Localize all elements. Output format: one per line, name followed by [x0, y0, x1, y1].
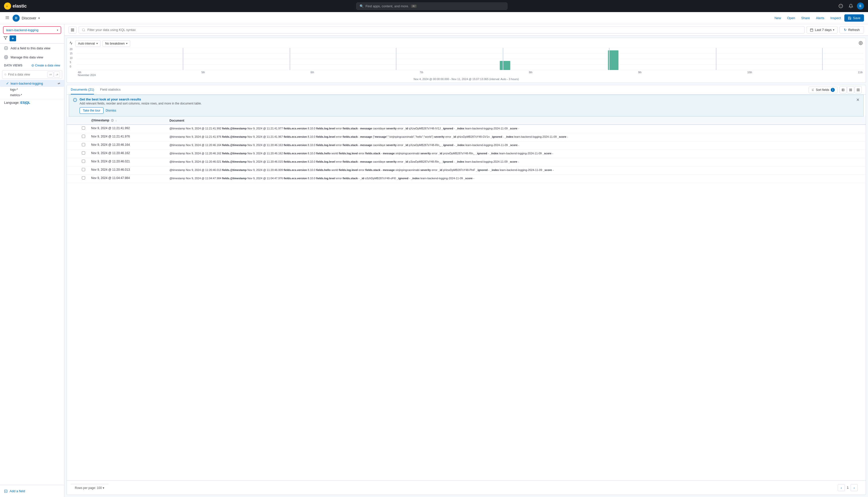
row-timestamp: Nov 9, 2024 @ 11:21:41.992	[88, 125, 167, 133]
dismiss-button[interactable]: Dismiss	[105, 107, 116, 114]
expand-row-button[interactable]: ✎	[70, 176, 75, 181]
share-button[interactable]: Share	[799, 15, 813, 22]
svg-line-27	[84, 30, 85, 31]
columns-view-button[interactable]	[855, 86, 862, 94]
row-checkbox[interactable]	[82, 126, 85, 130]
row-checkbox[interactable]	[82, 160, 85, 163]
global-search-bar[interactable]: 🔍 Find apps, content, and more. ⌘/	[356, 2, 508, 10]
row-document: @timestamp Nov 9, 2024 @ 11:20:46.013 fi…	[167, 167, 866, 175]
take-tour-button[interactable]: Take the tour	[80, 107, 103, 114]
refresh-label: Refresh	[848, 28, 860, 32]
time-picker-chevron-icon: ▾	[833, 28, 834, 31]
alerts-button[interactable]: Alerts	[813, 15, 827, 22]
tab-field-statistics[interactable]: Field statistics	[100, 85, 120, 95]
table-view-button[interactable]	[840, 86, 846, 94]
row-checkbox[interactable]	[82, 135, 85, 138]
expand-row-button[interactable]: ✎	[70, 126, 75, 131]
find-data-view-input[interactable]	[8, 73, 46, 76]
row-checkbox[interactable]	[82, 168, 85, 171]
expand-row-button[interactable]: ✎	[70, 143, 75, 148]
chart-type-toggle-button[interactable]	[69, 41, 73, 46]
find-data-view-input-wrap: ↑= ↓=	[2, 70, 62, 79]
hamburger-menu-button[interactable]	[4, 14, 11, 22]
add-field-sidebar-item[interactable]: Add a field to this data view	[0, 44, 64, 53]
tabs-bar: Documents (21) Field statistics Sort fie…	[67, 85, 866, 95]
sort-fields-label: Sort fields	[816, 88, 829, 91]
table-header: @timestamp ⓘ ↓ Document	[67, 117, 866, 125]
row-document: @timestamp Nov 9, 2024 @ 11:20:46.162 fi…	[167, 150, 866, 158]
data-view-item-learn-backend-logging[interactable]: ✓ learn-backend-logging ⇌	[0, 80, 64, 87]
info-banner-title[interactable]: Get the best look at your search results	[80, 97, 854, 101]
table-row: ✎ Nov 9, 2024 @ 11:20:46.021@timestamp N…	[67, 158, 866, 167]
sort-asc-button[interactable]: ↑=	[47, 71, 53, 77]
th-actions	[67, 117, 79, 125]
tab-documents[interactable]: Documents (21)	[71, 85, 94, 95]
expand-row-button[interactable]: ✎	[70, 151, 75, 156]
th-checkbox	[79, 117, 88, 125]
expand-row-button[interactable]: ✎	[70, 168, 75, 173]
sort-fields-button[interactable]: Sort fields 1	[809, 87, 838, 93]
elastic-logo[interactable]: e elastic	[4, 2, 27, 10]
prev-page-button[interactable]: ‹	[838, 484, 845, 491]
info-banner-content: Get the best look at your search results…	[80, 97, 854, 114]
second-nav-left: D Discover ▾	[4, 14, 40, 22]
data-view-name: learn-backend-logging	[11, 82, 58, 85]
row-document: @timestamp Nov 9, 2024 @ 11:20:46.164 fi…	[167, 142, 866, 150]
selected-data-view-label: learn-backend-logging	[6, 28, 39, 32]
expand-row-button[interactable]: ✎	[70, 135, 75, 140]
open-button[interactable]: Open	[785, 15, 798, 22]
expand-row-button[interactable]: ✎	[70, 160, 75, 165]
sort-buttons: ↑= ↓=	[47, 71, 60, 77]
app-name[interactable]: Discover	[22, 16, 36, 20]
filter-button[interactable]	[3, 36, 8, 41]
data-view-selector[interactable]: learn-backend-logging ▾	[3, 26, 61, 34]
histogram-toggle-button[interactable]	[69, 26, 76, 33]
row-checkbox[interactable]	[82, 176, 85, 180]
auto-interval-chevron-icon: ▾	[97, 42, 98, 45]
create-data-view-link[interactable]: Create a data view	[31, 64, 60, 67]
row-checkbox[interactable]	[82, 143, 85, 146]
main-layout: learn-backend-logging ▾ Add a field to t…	[0, 24, 868, 497]
timestamp-sort-icon[interactable]: ↓	[115, 119, 117, 122]
row-document: @timestamp Nov 9, 2024 @ 11:04:47.984 fi…	[167, 175, 866, 183]
no-breakdown-button[interactable]: No breakdown ▾	[102, 40, 130, 47]
new-button[interactable]: New	[772, 15, 784, 22]
notifications-button[interactable]	[847, 2, 855, 10]
row-timestamp: Nov 9, 2024 @ 11:04:47.984	[88, 175, 167, 183]
manage-data-view-label: Manage this data view	[11, 55, 43, 59]
second-nav-right: New Open Share Alerts Inspect Save	[772, 14, 864, 22]
inspect-button[interactable]: Inspect	[828, 15, 843, 22]
app-name-chevron-icon[interactable]: ▾	[38, 16, 40, 20]
view-buttons	[840, 86, 862, 94]
row-document: @timestamp Nov 9, 2024 @ 11:20:46.021 fi…	[167, 158, 866, 167]
data-view-item-metrics[interactable]: metrics-*	[0, 93, 64, 98]
filter-input[interactable]	[87, 28, 801, 32]
data-view-item-logs[interactable]: logs-*	[0, 87, 64, 93]
table-row: ✎ Nov 9, 2024 @ 11:21:41.976@timestamp N…	[67, 133, 866, 142]
timestamp-info-icon: ⓘ	[111, 119, 114, 122]
discover-app-icon[interactable]: D	[13, 15, 20, 22]
chart-settings-button[interactable]	[858, 40, 864, 47]
grid-view-button[interactable]	[847, 86, 854, 94]
user-avatar[interactable]: E	[857, 2, 864, 10]
th-timestamp: @timestamp ⓘ ↓	[88, 117, 167, 125]
data-view-arrow-icon: ⇌	[58, 82, 60, 85]
add-data-view-button[interactable]	[10, 36, 16, 41]
row-checkbox[interactable]	[82, 151, 85, 155]
add-field-bottom-button[interactable]: Add a field	[4, 488, 60, 494]
refresh-button[interactable]: ↻ Refresh	[840, 26, 864, 33]
sort-desc-button[interactable]: ↓=	[54, 71, 60, 77]
svg-rect-55	[851, 89, 852, 90]
filter-input-wrap	[79, 26, 805, 33]
save-button[interactable]: Save	[844, 14, 864, 22]
esql-item[interactable]: Language: ES|QL	[0, 99, 64, 106]
row-timestamp: Nov 9, 2024 @ 11:20:46.164	[88, 142, 167, 150]
close-banner-button[interactable]: ✕	[856, 97, 859, 102]
manage-data-view-sidebar-item[interactable]: Manage this data view	[0, 53, 64, 62]
help-button[interactable]: ?	[837, 2, 845, 10]
top-nav-right: ? E	[837, 2, 864, 10]
auto-interval-button[interactable]: Auto interval ▾	[75, 40, 100, 47]
time-picker-button[interactable]: Last 7 days ▾	[807, 26, 838, 33]
content-area: Last 7 days ▾ ↻ Refresh Auto interval ▾ …	[65, 24, 868, 497]
next-page-button[interactable]: ›	[851, 484, 858, 491]
